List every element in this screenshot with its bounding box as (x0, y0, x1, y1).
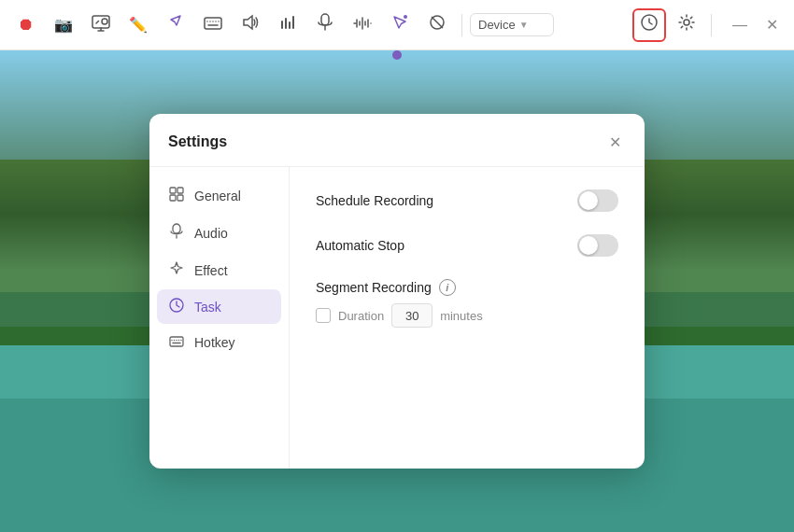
schedule-recording-label: Schedule Recording (316, 193, 433, 208)
modal-overlay: Settings ✕ General (0, 50, 794, 532)
settings-button[interactable] (670, 8, 703, 42)
info-icon[interactable]: i (439, 279, 456, 296)
svg-rect-2 (205, 18, 221, 29)
svg-point-23 (404, 15, 407, 19)
sidebar-item-general-label: General (194, 189, 241, 203)
sidebar-item-general[interactable]: General (157, 178, 281, 213)
separator-1 (461, 14, 462, 36)
settings-nav: General Audio (149, 167, 290, 469)
svg-rect-14 (321, 14, 329, 25)
toolbar: ⏺ 📷 ✏️ (0, 0, 794, 50)
settings-close-button[interactable]: ✕ (603, 131, 626, 153)
segment-recording-section: Segment Recording i Duration minutes (316, 279, 618, 328)
audio-button[interactable] (234, 8, 267, 42)
task-icon (168, 298, 185, 315)
sidebar-item-effect[interactable]: Effect (157, 253, 281, 287)
mouse-button[interactable] (159, 8, 192, 42)
settings-title: Settings (168, 133, 227, 150)
gear-icon (678, 14, 695, 35)
screen-icon (92, 15, 110, 35)
mouse-icon (167, 14, 184, 35)
record-icon: ⏺ (18, 15, 35, 35)
duration-checkbox[interactable] (316, 308, 331, 323)
close-button[interactable]: ✕ (759, 12, 785, 38)
keyboard-icon (204, 15, 222, 35)
effect-icon (168, 261, 185, 279)
chart-button[interactable] (271, 8, 305, 42)
cursor-effect-icon (391, 14, 408, 35)
draw-icon: ✏️ (129, 16, 148, 34)
settings-content: Schedule Recording Automatic Stop Segmen… (290, 167, 645, 469)
device-label: Device (478, 18, 516, 32)
wave-button[interactable] (346, 8, 379, 42)
hotkey-icon (168, 334, 185, 350)
camera-icon: 📷 (54, 16, 73, 34)
device-select[interactable]: Device ▼ (470, 13, 554, 36)
sidebar-item-task-label: Task (194, 300, 221, 315)
record-button[interactable]: ⏺ (9, 8, 43, 42)
automatic-stop-toggle[interactable] (577, 234, 618, 257)
keyboard-button[interactable] (196, 8, 230, 42)
audio-nav-icon (168, 223, 185, 243)
svg-rect-30 (170, 195, 176, 201)
svg-marker-9 (244, 16, 252, 29)
segment-recording-header: Segment Recording i (316, 279, 618, 296)
svg-point-27 (684, 20, 689, 25)
segment-recording-label: Segment Recording (316, 280, 432, 295)
duration-unit: minutes (440, 309, 483, 323)
svg-rect-32 (173, 224, 180, 233)
minimize-button[interactable]: — (727, 12, 753, 38)
disable-button[interactable] (420, 8, 454, 42)
svg-point-1 (102, 19, 107, 24)
automatic-stop-row: Automatic Stop (316, 234, 618, 257)
sidebar-item-hotkey[interactable]: Hotkey (157, 326, 281, 358)
sidebar-item-hotkey-label: Hotkey (194, 335, 235, 350)
duration-input[interactable] (391, 303, 432, 328)
schedule-recording-toggle[interactable] (577, 189, 618, 212)
svg-rect-28 (170, 188, 176, 193)
sidebar-item-audio-label: Audio (194, 226, 228, 241)
settings-header: Settings ✕ (149, 114, 645, 167)
svg-rect-35 (170, 337, 183, 346)
svg-rect-29 (177, 188, 183, 193)
sidebar-item-effect-label: Effect (194, 263, 228, 278)
duration-label: Duration (338, 309, 384, 323)
cursor-effect-button[interactable] (383, 8, 417, 42)
wave-icon (353, 15, 372, 35)
general-icon (168, 187, 185, 204)
svg-rect-31 (177, 195, 183, 201)
chevron-down-icon: ▼ (519, 20, 529, 30)
window-controls: — ✕ (727, 12, 785, 38)
camera-button[interactable]: 📷 (47, 8, 80, 42)
screen-button[interactable] (84, 8, 118, 42)
audio-icon (242, 14, 259, 35)
svg-line-25 (432, 17, 443, 28)
settings-dialog: Settings ✕ General (149, 114, 645, 469)
clock-button[interactable] (632, 8, 666, 42)
settings-body: General Audio (149, 167, 645, 469)
automatic-stop-label: Automatic Stop (316, 238, 404, 253)
clock-icon (640, 13, 659, 36)
mic-button[interactable] (308, 8, 342, 42)
sidebar-item-task[interactable]: Task (157, 289, 281, 324)
separator-2 (711, 14, 712, 36)
mic-icon (318, 13, 333, 36)
chart-icon (279, 14, 296, 35)
disable-icon (429, 14, 446, 35)
schedule-recording-row: Schedule Recording (316, 189, 618, 212)
segment-duration-row: Duration minutes (316, 303, 618, 328)
draw-button[interactable]: ✏️ (121, 8, 155, 42)
sidebar-item-audio[interactable]: Audio (157, 215, 281, 251)
